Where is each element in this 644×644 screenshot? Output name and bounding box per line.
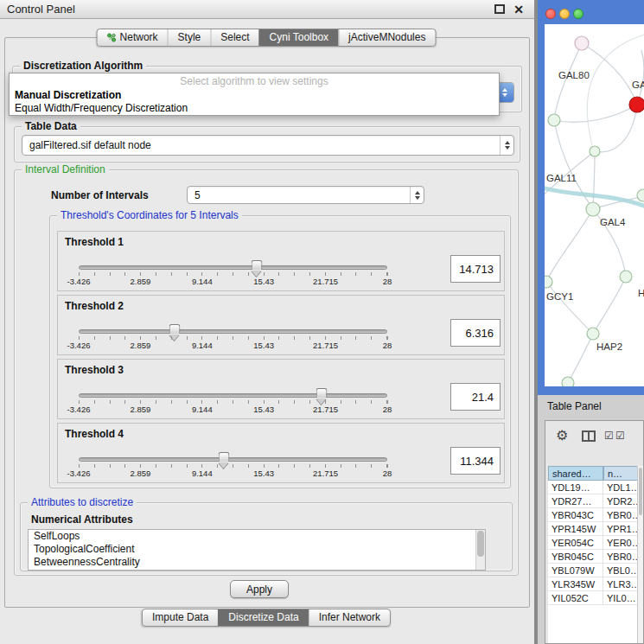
tab-cyni-toolbox[interactable]: Cyni Toolbox: [259, 29, 338, 46]
cell[interactable]: YER0…: [603, 536, 639, 550]
combo-stepper-icon[interactable]: [500, 136, 513, 155]
tick-label: 28: [383, 469, 392, 478]
combo-stepper-icon[interactable]: [410, 187, 424, 203]
tab-discretize-data[interactable]: Discretize Data: [218, 609, 308, 626]
combo-value: galFiltered.sif default node: [22, 136, 500, 155]
cell[interactable]: YIL052C: [548, 591, 603, 605]
cell[interactable]: YDR2…: [603, 494, 639, 508]
threshold-3-value-field[interactable]: 21.4: [450, 383, 501, 411]
tick-label: 21.715: [313, 341, 338, 350]
cell[interactable]: YDL1…: [603, 481, 639, 494]
tab-impute-data[interactable]: Impute Data: [143, 609, 218, 626]
table-row[interactable]: YDR27… YDR2…: [548, 494, 637, 508]
threshold-4-slider[interactable]: [79, 457, 387, 462]
list-scrollbar[interactable]: [475, 530, 485, 570]
columns-icon[interactable]: [582, 430, 596, 442]
tab-label: Style: [178, 29, 201, 46]
list-item[interactable]: TopologicalCoefficient: [29, 543, 485, 556]
tab-network[interactable]: Network: [98, 29, 168, 46]
threshold-2-slider[interactable]: [79, 329, 387, 334]
network-node[interactable]: [590, 146, 600, 156]
network-node[interactable]: [545, 276, 552, 288]
tick-label: -3.426: [67, 469, 91, 478]
cell[interactable]: YIL0…: [603, 591, 639, 605]
table-panel-title: Table Panel: [547, 400, 602, 412]
network-node-pink[interactable]: [575, 36, 589, 50]
table-row[interactable]: YBR043C YBR0…: [548, 508, 637, 522]
slider-ticks: [79, 272, 388, 276]
column-header-name[interactable]: n…: [603, 466, 639, 481]
gear-icon[interactable]: ⚙: [556, 427, 568, 443]
checkbox-icon[interactable]: ☑: [604, 430, 614, 442]
threshold-2-value-field[interactable]: 6.316: [450, 319, 501, 347]
tab-jactivemnodules[interactable]: jActiveMNodules: [338, 29, 435, 46]
network-node[interactable]: [587, 328, 599, 340]
close-icon[interactable]: ✕: [513, 2, 524, 17]
tab-select[interactable]: Select: [210, 29, 258, 46]
network-node-red[interactable]: [629, 97, 644, 112]
cell[interactable]: YBR0…: [603, 508, 639, 522]
cell[interactable]: YDL19…: [548, 481, 603, 494]
slider-thumb[interactable]: [169, 324, 181, 334]
number-of-intervals-combobox[interactable]: 5: [187, 186, 424, 204]
table-scrollbar[interactable]: [637, 466, 643, 643]
dropdown-option-manual-discretization[interactable]: Manual Discretization: [15, 89, 121, 101]
table-row[interactable]: YDL19… YDL1…: [548, 481, 637, 494]
threshold-1-slider[interactable]: [79, 265, 387, 270]
cell[interactable]: YBL079W: [548, 564, 603, 577]
dropdown-option-equal-width-frequency[interactable]: Equal Width/Frequency Discretization: [15, 102, 188, 114]
slider-thumb[interactable]: [218, 452, 229, 462]
tab-label: Infer Network: [319, 609, 380, 626]
list-item[interactable]: BetweennessCentrality: [29, 556, 485, 569]
close-traffic-light-icon[interactable]: [545, 9, 556, 19]
column-header-shared[interactable]: shared…: [548, 466, 603, 481]
threshold-label: Threshold 2: [65, 300, 124, 312]
cell[interactable]: YBR043C: [548, 508, 603, 522]
cell[interactable]: YPR1…: [603, 522, 639, 536]
threshold-4-value-field[interactable]: 11.344: [450, 447, 501, 475]
minimize-traffic-light-icon[interactable]: [559, 9, 570, 19]
threshold-3-slider[interactable]: [79, 393, 387, 398]
table-row[interactable]: YER054C YER0…: [548, 536, 637, 550]
float-window-icon[interactable]: [494, 4, 505, 14]
network-canvas[interactable]: GAL80 GA GAL11 GAL4 GCY1 H HAP2: [545, 24, 644, 386]
numerical-attributes-label: Numerical Attributes: [31, 513, 133, 526]
network-node[interactable]: [586, 202, 600, 216]
network-node[interactable]: [548, 114, 560, 126]
tab-style[interactable]: Style: [168, 29, 211, 46]
list-item[interactable]: SelfLoops: [29, 530, 485, 543]
tab-infer-network[interactable]: Infer Network: [309, 609, 390, 626]
group-title: Threshold's Coordinates for 5 Intervals: [57, 209, 242, 221]
network-node[interactable]: [637, 189, 644, 201]
cell[interactable]: YBL0…: [603, 564, 639, 577]
slider-thumb[interactable]: [316, 388, 328, 398]
network-node[interactable]: [562, 377, 574, 386]
network-node[interactable]: [620, 271, 632, 283]
cell[interactable]: YLR3…: [603, 577, 639, 591]
table-row[interactable]: YIL052C YIL0…: [548, 591, 637, 605]
table-row[interactable]: YBL079W YBL0…: [548, 564, 637, 577]
cell[interactable]: YER054C: [548, 536, 603, 550]
table-row[interactable]: YBR045C YBR0…: [548, 550, 637, 564]
tick-label: 28: [383, 341, 392, 350]
table-data-combobox[interactable]: galFiltered.sif default node: [22, 135, 514, 156]
cell[interactable]: YLR345W: [548, 577, 603, 591]
table-row[interactable]: YLR345W YLR3…: [548, 577, 637, 591]
threshold-1-value-field[interactable]: 14.713: [450, 255, 501, 283]
checkbox-icon[interactable]: ☑: [615, 430, 625, 442]
table-panel: Table Panel ⚙ ☑ ☑ shared… n… YDL19… YDL1…: [538, 395, 644, 644]
slider-tick-labels: -3.426 2.859 9.144 15.43 21.715 28: [79, 341, 387, 351]
tick-label: 15.43: [253, 341, 274, 350]
slider-thumb[interactable]: [251, 260, 262, 270]
network-view-window: GAL80 GA GAL11 GAL4 GCY1 H HAP2: [538, 0, 644, 395]
cell[interactable]: YDR27…: [548, 494, 603, 508]
apply-button[interactable]: Apply: [230, 580, 289, 598]
cell[interactable]: YBR0…: [603, 550, 639, 564]
tick-label: 9.144: [192, 405, 213, 414]
table-data-group: Table Data galFiltered.sif default node: [14, 126, 520, 163]
tick-label: -3.426: [67, 277, 91, 286]
table-row[interactable]: YPR145W YPR1…: [548, 522, 637, 536]
zoom-traffic-light-icon[interactable]: [573, 9, 583, 19]
cell[interactable]: YBR045C: [548, 550, 603, 564]
cell[interactable]: YPR145W: [548, 522, 603, 536]
